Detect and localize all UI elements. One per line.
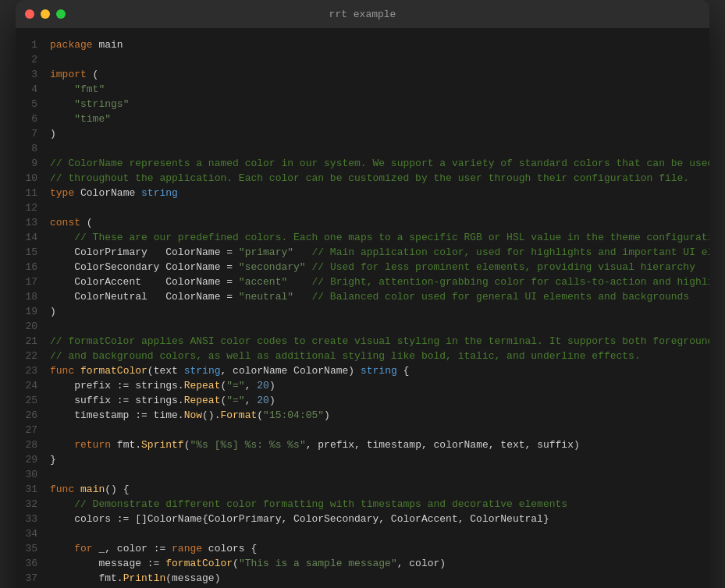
code-line: 23 func formatColor(text string, colorNa… bbox=[16, 363, 709, 378]
code-line: 33 colors := []ColorName{ColorPrimary, C… bbox=[16, 512, 709, 526]
code-line: 3 import ( bbox=[16, 67, 709, 82]
code-line: 8 bbox=[16, 141, 709, 156]
code-line: 14 // These are our predefined colors. E… bbox=[16, 230, 709, 245]
line-number: 18 bbox=[16, 289, 37, 304]
code-line: 30 bbox=[16, 467, 709, 482]
line-number: 5 bbox=[16, 97, 37, 112]
window-title: rrt example bbox=[329, 9, 396, 20]
code-line: 4 "fmt" bbox=[16, 82, 709, 97]
code-line: 16 ColorSecondary ColorName = "secondary… bbox=[16, 260, 709, 275]
code-line: 21 // formatColor applies ANSI color cod… bbox=[16, 334, 709, 349]
line-number: 6 bbox=[16, 112, 37, 126]
code-line: 11 type ColorName string bbox=[16, 186, 709, 200]
minimize-button[interactable] bbox=[41, 9, 50, 19]
line-number: 11 bbox=[16, 186, 37, 200]
line-number: 21 bbox=[16, 334, 37, 349]
line-number: 22 bbox=[16, 349, 37, 363]
line-number: 8 bbox=[16, 141, 37, 156]
line-number: 25 bbox=[16, 393, 37, 408]
code-line: 32 // Demonstrate different color format… bbox=[16, 497, 709, 512]
line-number: 17 bbox=[16, 275, 37, 289]
line-number: 30 bbox=[16, 467, 37, 482]
line-number: 2 bbox=[16, 52, 37, 67]
line-number: 4 bbox=[16, 82, 37, 97]
line-number: 15 bbox=[16, 245, 37, 260]
code-line: 20 bbox=[16, 319, 709, 334]
line-number: 26 bbox=[16, 408, 37, 423]
code-line: 1 package main bbox=[16, 37, 709, 52]
code-line: 29 } bbox=[16, 452, 709, 467]
line-number: 37 bbox=[16, 571, 37, 586]
window: rrt example 1 package main 2 3 import ( … bbox=[16, 0, 709, 588]
code-line: 34 bbox=[16, 526, 709, 541]
code-line: 5 "strings" bbox=[16, 97, 709, 112]
code-line: 22 // and background colors, as well as … bbox=[16, 349, 709, 363]
code-line: 15 ColorPrimary ColorName = "primary" //… bbox=[16, 245, 709, 260]
code-line: 13 const ( bbox=[16, 215, 709, 230]
code-line: 36 message := formatColor("This is a sam… bbox=[16, 556, 709, 571]
line-number: 33 bbox=[16, 512, 37, 526]
line-number: 9 bbox=[16, 156, 37, 171]
code-line: 24 prefix := strings.Repeat("=", 20) bbox=[16, 378, 709, 393]
line-number: 32 bbox=[16, 497, 37, 512]
line-number: 3 bbox=[16, 67, 37, 82]
close-button[interactable] bbox=[25, 9, 34, 19]
line-number: 10 bbox=[16, 171, 37, 186]
traffic-lights bbox=[25, 9, 66, 19]
code-line: 35 for _, color := range colors { bbox=[16, 541, 709, 556]
code-line: 19 ) bbox=[16, 304, 709, 319]
line-number: 35 bbox=[16, 541, 37, 556]
code-line: 12 bbox=[16, 200, 709, 215]
code-line: 31 func main() { bbox=[16, 482, 709, 497]
code-line: 28 return fmt.Sprintf("%s [%s] %s: %s %s… bbox=[16, 437, 709, 452]
code-line: 25 suffix := strings.Repeat("=", 20) bbox=[16, 393, 709, 408]
line-number: 34 bbox=[16, 526, 37, 541]
code-line: 18 ColorNeutral ColorName = "neutral" //… bbox=[16, 289, 709, 304]
line-number: 16 bbox=[16, 260, 37, 275]
code-line: 7 ) bbox=[16, 126, 709, 141]
code-line: 10 // throughout the application. Each c… bbox=[16, 171, 709, 186]
code-area: 1 package main 2 3 import ( 4 "fmt" 5 "s… bbox=[16, 28, 709, 588]
line-number: 14 bbox=[16, 230, 37, 245]
line-number: 19 bbox=[16, 304, 37, 319]
line-number: 1 bbox=[16, 37, 37, 52]
code-line: 26 timestamp := time.Now().Format("15:04… bbox=[16, 408, 709, 423]
code-line: 17 ColorAccent ColorName = "accent" // B… bbox=[16, 275, 709, 289]
line-number: 20 bbox=[16, 319, 37, 334]
line-number: 31 bbox=[16, 482, 37, 497]
line-number: 36 bbox=[16, 556, 37, 571]
line-number: 7 bbox=[16, 126, 37, 141]
line-number: 13 bbox=[16, 215, 37, 230]
maximize-button[interactable] bbox=[56, 9, 66, 19]
line-number: 23 bbox=[16, 363, 37, 378]
line-number: 27 bbox=[16, 423, 37, 437]
code-line: 9 // ColorName represents a named color … bbox=[16, 156, 709, 171]
code-line: 2 bbox=[16, 52, 709, 67]
line-number: 24 bbox=[16, 378, 37, 393]
line-number: 12 bbox=[16, 200, 37, 215]
code-line: 37 fmt.Println(message) bbox=[16, 571, 709, 586]
code-line: 27 bbox=[16, 423, 709, 437]
line-number: 29 bbox=[16, 452, 37, 467]
code-line: 6 "time" bbox=[16, 112, 709, 126]
line-number: 28 bbox=[16, 437, 37, 452]
titlebar: rrt example bbox=[16, 0, 709, 28]
